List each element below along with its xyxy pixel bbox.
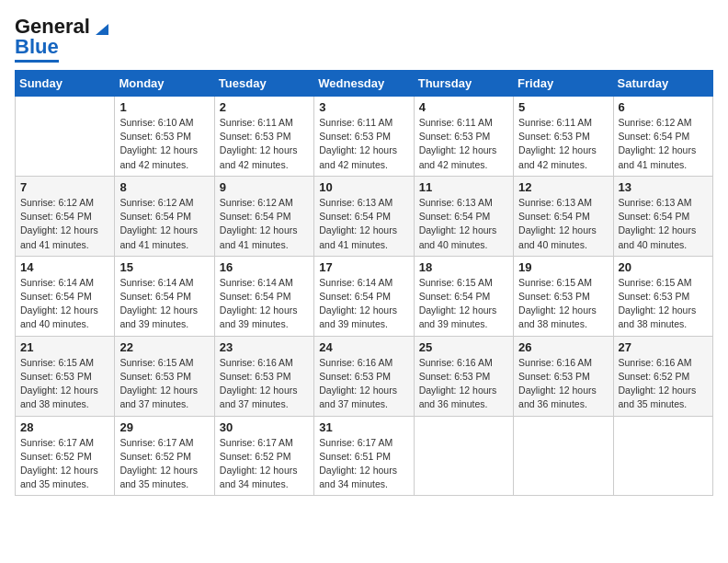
day-number: 10: [319, 180, 408, 194]
day-info: Sunrise: 6:12 AM Sunset: 6:54 PM Dayligh…: [619, 116, 708, 172]
day-header-sunday: Sunday: [16, 71, 115, 97]
day-number: 23: [220, 340, 309, 354]
day-info: Sunrise: 6:11 AM Sunset: 6:53 PM Dayligh…: [319, 116, 408, 172]
day-number: 28: [20, 420, 109, 434]
day-info: Sunrise: 6:13 AM Sunset: 6:54 PM Dayligh…: [319, 196, 408, 252]
day-cell: 22Sunrise: 6:15 AM Sunset: 6:53 PM Dayli…: [115, 336, 214, 416]
day-header-thursday: Thursday: [414, 71, 513, 97]
day-number: 22: [119, 340, 209, 354]
day-number: 7: [20, 180, 109, 194]
day-cell: 24Sunrise: 6:16 AM Sunset: 6:53 PM Dayli…: [314, 336, 414, 416]
calendar-header-row: SundayMondayTuesdayWednesdayThursdayFrid…: [16, 71, 713, 97]
calendar-body: 1Sunrise: 6:10 AM Sunset: 6:53 PM Daylig…: [16, 97, 713, 496]
week-row-3: 14Sunrise: 6:14 AM Sunset: 6:54 PM Dayli…: [16, 256, 713, 336]
day-cell: 15Sunrise: 6:14 AM Sunset: 6:54 PM Dayli…: [115, 256, 214, 336]
day-header-saturday: Saturday: [613, 71, 712, 97]
day-info: Sunrise: 6:11 AM Sunset: 6:53 PM Dayligh…: [220, 116, 309, 172]
day-number: 20: [619, 260, 708, 274]
week-row-2: 7Sunrise: 6:12 AM Sunset: 6:54 PM Daylig…: [16, 176, 713, 256]
day-number: 4: [419, 100, 508, 114]
day-info: Sunrise: 6:11 AM Sunset: 6:53 PM Dayligh…: [518, 116, 608, 172]
day-number: 18: [419, 260, 508, 274]
day-cell: 8Sunrise: 6:12 AM Sunset: 6:54 PM Daylig…: [115, 176, 214, 256]
day-number: 15: [119, 260, 209, 274]
day-number: 17: [319, 260, 408, 274]
day-cell: [414, 416, 513, 496]
day-cell: 1Sunrise: 6:10 AM Sunset: 6:53 PM Daylig…: [115, 97, 214, 177]
day-info: Sunrise: 6:17 AM Sunset: 6:52 PM Dayligh…: [119, 436, 209, 492]
day-number: 14: [20, 260, 109, 274]
day-info: Sunrise: 6:14 AM Sunset: 6:54 PM Dayligh…: [20, 276, 109, 332]
day-number: 9: [220, 180, 309, 194]
day-info: Sunrise: 6:12 AM Sunset: 6:54 PM Dayligh…: [20, 196, 109, 252]
calendar-table: SundayMondayTuesdayWednesdayThursdayFrid…: [15, 70, 713, 496]
day-number: 21: [20, 340, 109, 354]
svg-marker-0: [96, 24, 108, 35]
day-number: 24: [319, 340, 408, 354]
day-info: Sunrise: 6:12 AM Sunset: 6:54 PM Dayligh…: [119, 196, 209, 252]
day-cell: [514, 416, 613, 496]
day-info: Sunrise: 6:16 AM Sunset: 6:52 PM Dayligh…: [619, 356, 708, 412]
day-header-tuesday: Tuesday: [214, 71, 313, 97]
day-cell: 29Sunrise: 6:17 AM Sunset: 6:52 PM Dayli…: [115, 416, 214, 496]
day-number: 25: [419, 340, 508, 354]
day-number: 5: [518, 100, 608, 114]
logo-blue: Blue: [15, 35, 59, 63]
day-number: 27: [619, 340, 708, 354]
day-info: Sunrise: 6:16 AM Sunset: 6:53 PM Dayligh…: [220, 356, 309, 412]
day-cell: 3Sunrise: 6:11 AM Sunset: 6:53 PM Daylig…: [314, 97, 414, 177]
day-info: Sunrise: 6:10 AM Sunset: 6:53 PM Dayligh…: [119, 116, 209, 172]
day-info: Sunrise: 6:15 AM Sunset: 6:53 PM Dayligh…: [619, 276, 708, 332]
day-info: Sunrise: 6:13 AM Sunset: 6:54 PM Dayligh…: [619, 196, 708, 252]
day-info: Sunrise: 6:17 AM Sunset: 6:51 PM Dayligh…: [319, 436, 408, 492]
day-info: Sunrise: 6:14 AM Sunset: 6:54 PM Dayligh…: [319, 276, 408, 332]
day-info: Sunrise: 6:12 AM Sunset: 6:54 PM Dayligh…: [220, 196, 309, 252]
day-info: Sunrise: 6:13 AM Sunset: 6:54 PM Dayligh…: [419, 196, 508, 252]
day-info: Sunrise: 6:16 AM Sunset: 6:53 PM Dayligh…: [319, 356, 408, 412]
day-cell: 18Sunrise: 6:15 AM Sunset: 6:54 PM Dayli…: [414, 256, 513, 336]
day-cell: 19Sunrise: 6:15 AM Sunset: 6:53 PM Dayli…: [514, 256, 613, 336]
day-number: 8: [119, 180, 209, 194]
day-cell: 13Sunrise: 6:13 AM Sunset: 6:54 PM Dayli…: [613, 176, 712, 256]
day-cell: 26Sunrise: 6:16 AM Sunset: 6:53 PM Dayli…: [514, 336, 613, 416]
day-cell: 17Sunrise: 6:14 AM Sunset: 6:54 PM Dayli…: [314, 256, 414, 336]
day-info: Sunrise: 6:14 AM Sunset: 6:54 PM Dayligh…: [220, 276, 309, 332]
day-number: 11: [419, 180, 508, 194]
day-cell: 23Sunrise: 6:16 AM Sunset: 6:53 PM Dayli…: [214, 336, 313, 416]
day-cell: 6Sunrise: 6:12 AM Sunset: 6:54 PM Daylig…: [613, 97, 712, 177]
day-number: 29: [119, 420, 209, 434]
day-number: 26: [518, 340, 608, 354]
week-row-4: 21Sunrise: 6:15 AM Sunset: 6:53 PM Dayli…: [16, 336, 713, 416]
day-cell: 16Sunrise: 6:14 AM Sunset: 6:54 PM Dayli…: [214, 256, 313, 336]
day-number: 31: [319, 420, 408, 434]
day-info: Sunrise: 6:17 AM Sunset: 6:52 PM Dayligh…: [20, 436, 109, 492]
day-cell: 30Sunrise: 6:17 AM Sunset: 6:52 PM Dayli…: [214, 416, 313, 496]
day-header-monday: Monday: [115, 71, 214, 97]
day-cell: 31Sunrise: 6:17 AM Sunset: 6:51 PM Dayli…: [314, 416, 414, 496]
day-number: 30: [220, 420, 309, 434]
day-info: Sunrise: 6:17 AM Sunset: 6:52 PM Dayligh…: [220, 436, 309, 492]
day-info: Sunrise: 6:15 AM Sunset: 6:53 PM Dayligh…: [518, 276, 608, 332]
day-info: Sunrise: 6:11 AM Sunset: 6:53 PM Dayligh…: [419, 116, 508, 172]
day-cell: 11Sunrise: 6:13 AM Sunset: 6:54 PM Dayli…: [414, 176, 513, 256]
day-info: Sunrise: 6:16 AM Sunset: 6:53 PM Dayligh…: [518, 356, 608, 412]
day-cell: 5Sunrise: 6:11 AM Sunset: 6:53 PM Daylig…: [514, 97, 613, 177]
day-cell: 14Sunrise: 6:14 AM Sunset: 6:54 PM Dayli…: [16, 256, 115, 336]
day-info: Sunrise: 6:13 AM Sunset: 6:54 PM Dayligh…: [518, 196, 608, 252]
day-info: Sunrise: 6:14 AM Sunset: 6:54 PM Dayligh…: [119, 276, 209, 332]
day-number: 1: [119, 100, 209, 114]
week-row-5: 28Sunrise: 6:17 AM Sunset: 6:52 PM Dayli…: [16, 416, 713, 496]
day-cell: 20Sunrise: 6:15 AM Sunset: 6:53 PM Dayli…: [613, 256, 712, 336]
day-number: 2: [220, 100, 309, 114]
day-info: Sunrise: 6:15 AM Sunset: 6:54 PM Dayligh…: [419, 276, 508, 332]
week-row-1: 1Sunrise: 6:10 AM Sunset: 6:53 PM Daylig…: [16, 97, 713, 177]
day-cell: 21Sunrise: 6:15 AM Sunset: 6:53 PM Dayli…: [16, 336, 115, 416]
page-header: General Blue: [15, 15, 713, 63]
day-number: 3: [319, 100, 408, 114]
day-cell: [16, 97, 115, 177]
day-cell: 25Sunrise: 6:16 AM Sunset: 6:53 PM Dayli…: [414, 336, 513, 416]
day-cell: 2Sunrise: 6:11 AM Sunset: 6:53 PM Daylig…: [214, 97, 313, 177]
day-cell: 4Sunrise: 6:11 AM Sunset: 6:53 PM Daylig…: [414, 97, 513, 177]
day-info: Sunrise: 6:15 AM Sunset: 6:53 PM Dayligh…: [20, 356, 109, 412]
day-header-friday: Friday: [514, 71, 613, 97]
